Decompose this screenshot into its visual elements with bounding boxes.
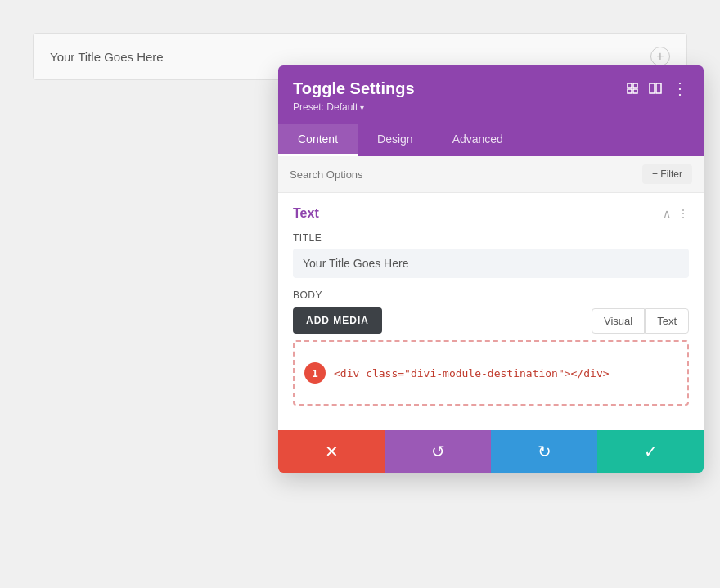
tab-advanced[interactable]: Advanced xyxy=(433,124,523,156)
section-title: Text xyxy=(293,206,319,221)
body-field-group: Body ADD MEDIA Visual Text 1 <div class=… xyxy=(293,290,689,406)
svg-rect-0 xyxy=(628,83,632,88)
panel-title: Toggle Settings xyxy=(293,79,415,98)
view-tabs: Visual Text xyxy=(592,308,689,334)
svg-rect-2 xyxy=(628,89,632,93)
page-title: Your Title Goes Here xyxy=(50,50,164,64)
redo-button[interactable]: ↻ xyxy=(491,430,597,473)
panel-body: Text ∧ ⋮ Title Body ADD MEDIA Visual T xyxy=(278,193,704,430)
panel-header: Toggle Settings ⋮ xyxy=(278,65,704,124)
more-options-icon[interactable]: ⋮ xyxy=(672,79,689,98)
media-toolbar: ADD MEDIA Visual Text xyxy=(293,307,689,334)
panel-tabs: Content Design Advanced xyxy=(278,124,704,156)
text-section: Text ∧ ⋮ Title Body ADD MEDIA Visual T xyxy=(278,193,704,430)
search-bar: + Filter xyxy=(278,156,704,193)
columns-icon[interactable] xyxy=(649,82,662,95)
svg-rect-5 xyxy=(656,83,661,93)
code-content: <div class="divi-module-destination"></d… xyxy=(334,367,610,379)
settings-panel: Toggle Settings ⋮ xyxy=(278,65,704,473)
panel-header-icons: ⋮ xyxy=(626,79,689,98)
tab-design[interactable]: Design xyxy=(358,124,433,156)
panel-header-top: Toggle Settings ⋮ xyxy=(293,79,689,98)
undo-button[interactable]: ↺ xyxy=(385,430,491,473)
preset-label: Preset: Default xyxy=(293,101,358,113)
tab-content[interactable]: Content xyxy=(278,124,358,156)
preset-selector[interactable]: Preset: Default ▾ xyxy=(293,101,689,113)
collapse-icon[interactable]: ∧ xyxy=(663,207,671,220)
title-field-label: Title xyxy=(293,232,689,244)
section-icons: ∧ ⋮ xyxy=(663,207,689,220)
svg-rect-3 xyxy=(633,89,637,93)
section-more-icon[interactable]: ⋮ xyxy=(677,207,689,220)
section-header: Text ∧ ⋮ xyxy=(293,206,689,221)
panel-footer: ✕ ↺ ↻ ✓ xyxy=(278,430,704,473)
svg-rect-4 xyxy=(650,83,655,93)
svg-rect-1 xyxy=(633,83,637,88)
title-field-input[interactable] xyxy=(293,249,689,278)
body-field-label: Body xyxy=(293,290,689,301)
save-button[interactable]: ✓ xyxy=(597,430,704,473)
preset-arrow-icon: ▾ xyxy=(360,103,364,112)
code-editor[interactable]: 1 <div class="divi-module-destination"><… xyxy=(293,340,689,406)
add-module-button[interactable]: + xyxy=(650,47,670,66)
cancel-button[interactable]: ✕ xyxy=(278,430,385,473)
filter-button[interactable]: + Filter xyxy=(642,164,692,184)
search-input[interactable] xyxy=(290,168,642,181)
fullscreen-icon[interactable] xyxy=(626,82,639,95)
add-media-button[interactable]: ADD MEDIA xyxy=(293,307,382,334)
tab-visual[interactable]: Visual xyxy=(592,308,645,334)
step-badge: 1 xyxy=(304,362,326,384)
tab-text[interactable]: Text xyxy=(645,308,689,334)
title-field-group: Title xyxy=(293,232,689,278)
